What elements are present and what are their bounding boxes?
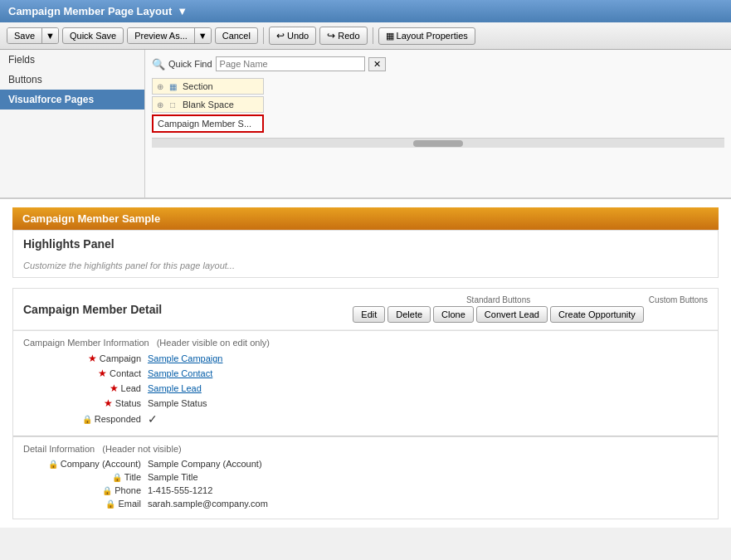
email-lock-icon: 🔒 [105, 499, 115, 509]
scrollbar-thumb [413, 140, 463, 147]
layout-properties-icon: ▦ [386, 31, 394, 41]
lead-field-value[interactable]: Sample Lead [148, 383, 202, 393]
clone-button[interactable]: Clone [433, 306, 474, 323]
detail-info-title: Detail Information (Header not visible) [23, 444, 708, 454]
search-icon: 🔍 [152, 58, 165, 71]
detail-header: Campaign Member Detail Standard Buttons … [13, 289, 718, 330]
campaign-member-sample-header: Campaign Member Sample [12, 207, 719, 230]
section-icon: ▦ [166, 81, 179, 91]
title-field-value: Sample Title [148, 472, 198, 482]
campaign-field-label: ★ Campaign [23, 353, 148, 364]
save-dropdown-button[interactable]: ▼ [42, 28, 58, 43]
page-title: Campaign Member Page Layout [8, 5, 172, 17]
save-dropdown-arrow: ▼ [46, 31, 55, 41]
title-field-label: 🔒 Title [23, 472, 148, 482]
standard-buttons-section: Standard Buttons Edit Delete Clone Conve… [353, 295, 644, 323]
company-field-row: 🔒 Company (Account) Sample Company (Acco… [23, 459, 708, 469]
company-field-label: 🔒 Company (Account) [23, 459, 148, 469]
drag-handle-section: ⊕ [157, 82, 163, 91]
responded-field-value: ✓ [148, 412, 158, 426]
drag-item-blank[interactable]: ⊕ □ Blank Space [152, 96, 264, 113]
save-button[interactable]: Save [7, 28, 42, 43]
title-bar: Campaign Member Page Layout ▼ [0, 0, 731, 22]
lead-required: ★ [110, 382, 119, 394]
status-field-row: ★ Status Sample Status [23, 397, 708, 409]
quick-find-input[interactable] [216, 56, 365, 71]
undo-icon: ↩ [276, 30, 285, 41]
company-field-value: Sample Company (Account) [148, 459, 262, 469]
drag-item-section-label: Section [183, 81, 213, 91]
title-field-row: 🔒 Title Sample Title [23, 472, 708, 482]
right-panel: 🔍 Quick Find ✕ ⊕ ▦ Section ⊕ □ Blank Spa… [145, 50, 731, 197]
quick-find-bar: 🔍 Quick Find ✕ [152, 56, 724, 71]
drag-item-campaign-member[interactable]: Campaign Member S... [152, 114, 264, 133]
contact-required: ★ [98, 368, 107, 379]
drag-item-blank-label: Blank Space [183, 100, 234, 110]
quick-save-button[interactable]: Quick Save [62, 27, 124, 44]
preview-as-button[interactable]: Preview As... [128, 28, 195, 43]
quick-find-clear-button[interactable]: ✕ [368, 57, 386, 71]
scrollbar-area[interactable] [152, 138, 724, 148]
detail-title: Campaign Member Detail [23, 303, 162, 316]
preview-dropdown-button[interactable]: ▼ [195, 28, 211, 43]
highlights-panel-title: Highlights Panel [13, 231, 718, 254]
highlights-panel-placeholder: Customize the highlights panel for this … [13, 254, 718, 277]
custom-buttons-label: Custom Buttons [649, 295, 708, 304]
cancel-button[interactable]: Cancel [215, 27, 258, 44]
preview-dropdown-arrow: ▼ [198, 31, 207, 41]
campaign-field-value[interactable]: Sample Campaign [148, 353, 223, 363]
phone-lock-icon: 🔒 [102, 486, 112, 495]
standard-buttons-row: Edit Delete Clone Convert Lead Create Op… [353, 306, 644, 323]
blank-space-icon: □ [166, 100, 179, 110]
contact-field-value[interactable]: Sample Contact [148, 368, 212, 378]
sidebar-item-visualforce[interactable]: Visualforce Pages [0, 90, 144, 110]
status-field-label: ★ Status [23, 397, 148, 409]
delete-button[interactable]: Delete [387, 306, 431, 323]
layout-area: Campaign Member Sample Highlights Panel … [0, 199, 731, 528]
create-opportunity-button[interactable]: Create Opportunity [550, 306, 644, 323]
responded-field-label: 🔒 Responded [23, 414, 148, 424]
responded-lock-icon: 🔒 [82, 415, 92, 424]
phone-field-row: 🔒 Phone 1-415-555-1212 [23, 485, 708, 495]
contact-field-row: ★ Contact Sample Contact [23, 368, 708, 379]
campaign-field-row: ★ Campaign Sample Campaign [23, 353, 708, 364]
sidebar-item-buttons[interactable]: Buttons [0, 70, 144, 90]
custom-buttons-section: Custom Buttons [649, 295, 708, 306]
drag-item-section[interactable]: ⊕ ▦ Section [152, 78, 264, 95]
lead-field-row: ★ Lead Sample Lead [23, 382, 708, 394]
detail-info-section: Detail Information (Header not visible) … [13, 436, 718, 519]
contact-field-label: ★ Contact [23, 368, 148, 379]
lead-field-label: ★ Lead [23, 382, 148, 394]
status-required: ★ [104, 397, 113, 409]
title-dropdown-arrow[interactable]: ▼ [177, 5, 188, 17]
campaign-member-info-section: Campaign Member Information (Header visi… [13, 330, 718, 436]
left-panel: Fields Buttons Visualforce Pages [0, 50, 145, 197]
standard-buttons-label: Standard Buttons [466, 295, 530, 304]
status-field-value: Sample Status [148, 398, 207, 408]
panel-container: Fields Buttons Visualforce Pages 🔍 Quick… [0, 50, 731, 199]
separator-1 [263, 27, 264, 44]
email-field-value: sarah.sample@company.com [148, 499, 268, 509]
drag-handle-blank: ⊕ [157, 100, 163, 110]
email-field-row: 🔒 Email sarah.sample@company.com [23, 499, 708, 509]
drag-items-area: ⊕ ▦ Section ⊕ □ Blank Space Campaign Mem… [152, 78, 724, 134]
company-lock-icon: 🔒 [48, 460, 58, 469]
undo-button[interactable]: ↩ Undo [269, 27, 316, 45]
edit-button[interactable]: Edit [353, 306, 385, 323]
campaign-member-detail-section: Campaign Member Detail Standard Buttons … [12, 288, 719, 519]
quick-find-label: Quick Find [168, 59, 212, 69]
convert-lead-button[interactable]: Convert Lead [476, 306, 548, 323]
buttons-container: Standard Buttons Edit Delete Clone Conve… [353, 295, 708, 323]
title-lock-icon: 🔒 [112, 473, 122, 482]
email-field-label: 🔒 Email [23, 499, 148, 509]
sidebar-item-fields[interactable]: Fields [0, 50, 144, 70]
redo-button[interactable]: ↪ Redo [319, 27, 367, 45]
campaign-member-info-title: Campaign Member Information (Header visi… [23, 338, 708, 348]
redo-icon: ↪ [327, 30, 335, 41]
phone-field-value: 1-415-555-1212 [148, 485, 212, 495]
separator-2 [373, 27, 373, 44]
layout-properties-button[interactable]: ▦ Layout Properties [378, 27, 475, 45]
responded-field-row: 🔒 Responded ✓ [23, 412, 708, 426]
drag-item-campaign-label: Campaign Member S... [158, 119, 251, 129]
toolbar: Save ▼ Quick Save Preview As... ▼ Cancel… [0, 22, 731, 50]
